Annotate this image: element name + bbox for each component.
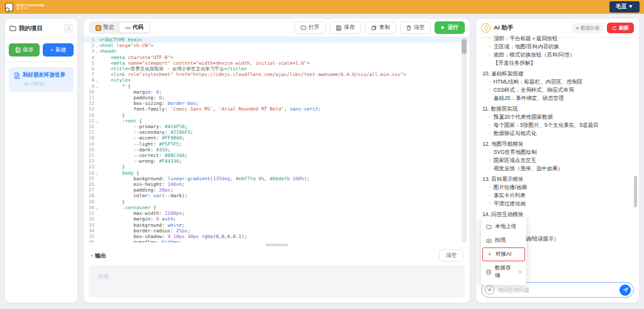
new-project-button[interactable]: + 新建 — [43, 43, 74, 57]
line-number: 32 — [84, 216, 94, 222]
fold-arrow-icon[interactable]: ⌄ — [94, 77, 99, 83]
code-line[interactable]: 6 <title>世界文化探险家 - 全球小学生文化学习平台</title> — [84, 66, 470, 72]
editor-scrollbar-track[interactable] — [462, 37, 467, 242]
code-line[interactable]: 15⌄ :root { — [84, 118, 470, 124]
code-editor[interactable]: 1<!DOCTYPE html>2⌄<html lang="zh-CN">3⌄<… — [84, 36, 470, 242]
code-text: box-sizing: border-box; — [99, 100, 199, 106]
fold-arrow-icon[interactable]: ⌄ — [94, 84, 99, 89]
code-line[interactable]: 14 } — [84, 112, 470, 118]
send-button[interactable] — [619, 285, 631, 296]
output-clear-button[interactable]: 清空 — [439, 249, 464, 262]
code-line[interactable]: 36 overflow: hidden; — [84, 239, 470, 242]
code-line[interactable]: 7 <link rel="stylesheet" href="https://c… — [84, 72, 470, 77]
menu-item-connect-ai[interactable]: + 对接AI — [482, 247, 525, 261]
fold-spacer — [94, 60, 99, 66]
code-line[interactable]: 12 box-sizing: border-box; — [84, 100, 470, 106]
code-line[interactable]: 1<!DOCTYPE html> — [84, 37, 470, 43]
tab-preview[interactable]: 预览 — [90, 23, 119, 33]
panel-resize-handle[interactable] — [84, 242, 470, 247]
code-line[interactable]: 3⌄<head> — [84, 48, 470, 54]
fold-spacer — [94, 135, 99, 141]
main-content: 我的项目 ‹ 保存 + 新建 和好朋友环游世界 16 小时前 — [0, 14, 644, 309]
assistant-list-item: ○CSS样式：全局样式、响应式布局 — [482, 86, 633, 94]
code-line[interactable]: 22 --wrong: #F44336; — [84, 158, 470, 164]
bullet-icon: ○ — [489, 165, 491, 173]
code-line[interactable]: 34 border-radius: 25px; — [84, 228, 470, 234]
code-line[interactable]: 4 <meta charset="UTF-8"> — [84, 55, 470, 60]
code-line[interactable]: 35 box-shadow: 0 10px 30px rgba(0,0,0,0.… — [84, 234, 470, 239]
output-console: 就绪 — [89, 265, 465, 298]
fold-arrow-icon[interactable]: ⌄ — [94, 48, 99, 54]
code-line[interactable]: 18 --accent: #FF9800; — [84, 135, 470, 141]
code-line[interactable]: 9⌄ * { — [84, 84, 470, 89]
line-number: 35 — [84, 234, 94, 239]
assistant-scrollbar-thumb[interactable] — [634, 176, 637, 207]
code-line[interactable]: 16 --primary: #4CAF50; — [84, 124, 470, 129]
menu-item-local-upload[interactable]: 本地上传 — [481, 220, 526, 234]
code-line[interactable]: 24⌄ body { — [84, 170, 470, 176]
code-line[interactable]: 13 font-family: 'Comic Sans MS', 'Arial … — [84, 106, 470, 112]
code-line[interactable]: 30⌄ .container { — [84, 205, 470, 210]
code-line[interactable]: 23 } — [84, 164, 470, 170]
data-storage-badge[interactable]: 数据存储 — [572, 23, 604, 33]
fold-arrow-icon[interactable]: ⌄ — [94, 170, 99, 176]
sidebar-collapse-button[interactable]: ‹ — [64, 24, 73, 33]
code-line[interactable]: 2⌄<html lang="zh-CN"> — [84, 43, 470, 48]
line-number: 6 — [84, 66, 94, 72]
chat-input[interactable] — [497, 287, 616, 293]
copy-button[interactable]: 复制 — [365, 21, 396, 34]
code-line[interactable]: 21 --correct: #8BC34A; — [84, 153, 470, 158]
ai-assistant-panel: AI 助手 数据存储 刷新 ○顶部：平台标题＋返回按钮○主区域：地图/百科内容切… — [476, 19, 639, 303]
line-number: 28 — [84, 193, 94, 198]
fold-spacer — [94, 72, 99, 77]
code-line[interactable]: 10 margin: 0; — [84, 89, 470, 95]
run-button[interactable]: 运行 — [435, 21, 465, 34]
refresh-button[interactable]: 刷新 — [607, 23, 634, 33]
code-line[interactable]: 33 background: white; — [84, 222, 470, 228]
code-line[interactable]: 28 color: var(--dark); — [84, 193, 470, 198]
code-line[interactable]: 31 max-width: 1200px; — [84, 210, 470, 216]
assistant-list-item: ○基础JS：事件绑定、状态管理 — [482, 94, 633, 102]
code-line[interactable]: 19 --light: #F5F5F5; — [84, 141, 470, 147]
fold-spacer — [94, 193, 99, 198]
code-line[interactable]: 26 min-height: 100vh; — [84, 182, 470, 187]
line-number: 34 — [84, 228, 94, 234]
clear-button[interactable]: 清空 — [400, 21, 431, 34]
code-line[interactable]: 32 margin: 0 auto; — [84, 216, 470, 222]
project-list-item[interactable]: 和好朋友环游世界 16 小时前 — [9, 67, 74, 92]
attach-plus-button[interactable]: + — [485, 285, 494, 295]
fold-spacer — [94, 66, 99, 72]
lightbulb-icon — [481, 23, 491, 33]
code-line[interactable]: 25 background: linear-gradient(135deg, #… — [84, 176, 470, 182]
line-number: 18 — [84, 135, 94, 141]
bullet-icon: ○ — [489, 192, 491, 200]
code-text: padding: 20px; — [99, 187, 173, 193]
code-line[interactable]: 29 } — [84, 199, 470, 205]
tab-code[interactable]: <> 代码 — [119, 23, 149, 33]
save-button[interactable]: 保存 — [330, 21, 361, 34]
code-line[interactable]: 20 --dark: #333; — [84, 147, 470, 153]
code-text: --secondary: #2196F3; — [99, 129, 193, 135]
fold-arrow-icon[interactable]: ⌄ — [94, 205, 99, 210]
line-number: 9 — [84, 84, 94, 89]
editor-scrollbar-thumb[interactable] — [462, 39, 467, 54]
save-project-button[interactable]: 保存 — [9, 43, 40, 57]
fold-arrow-icon[interactable]: ⌄ — [94, 118, 99, 124]
fold-arrow-icon[interactable]: ⌄ — [94, 43, 99, 48]
code-line[interactable]: 27 padding: 20px; — [84, 187, 470, 193]
code-line[interactable]: 17 --secondary: #2196F3; — [84, 129, 470, 135]
code-line[interactable]: 5 <meta name="viewport" content="width=d… — [84, 60, 470, 66]
app-logo: AIGC University 每学AI — [4, 3, 45, 12]
code-line[interactable]: 8⌄ <style> — [84, 77, 470, 83]
output-toggle-icon[interactable]: ▪ — [91, 254, 92, 258]
user-menu-button[interactable]: 毛豆 ▼ — [609, 1, 640, 13]
fold-spacer — [94, 222, 99, 228]
menu-item-take-photo[interactable]: 拍照 — [481, 234, 526, 247]
line-number: 33 — [84, 222, 94, 228]
open-button[interactable]: 打开 — [294, 21, 326, 34]
project-name: 和好朋友环游世界 — [23, 72, 65, 79]
status-dot-icon — [576, 27, 579, 30]
menu-item-data-storage[interactable]: 数据存储 — [481, 261, 526, 283]
code-line[interactable]: 11 padding: 0; — [84, 95, 470, 100]
save-icon — [336, 25, 341, 31]
